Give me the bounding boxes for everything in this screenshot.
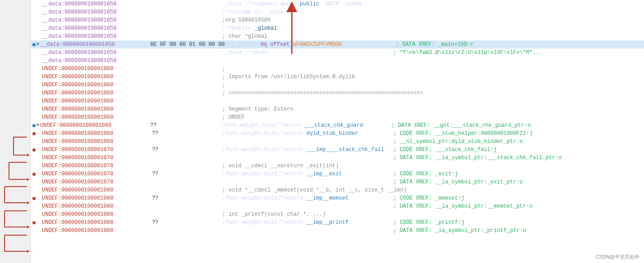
bytes: 6E 0F 00 00 01 00 00 00 xyxy=(144,40,225,49)
code-line: __data:0000000100001050;org 100001050h xyxy=(31,16,644,24)
svg-marker-19 xyxy=(27,250,30,253)
instruction: ;">assume cs:__data xyxy=(222,8,393,16)
code-line: __data:0000000100001050;">public _global xyxy=(31,24,644,32)
address: __data:0000000100001050 xyxy=(42,0,145,8)
address: UNDEF:0000000100001088 xyxy=(42,210,145,218)
address: UNDEF:0000000100001060 xyxy=(42,89,145,97)
code-line: __data:0000000100001050; char *global xyxy=(31,32,644,40)
code-line: __data:0000000100001050__data ;">ends; "… xyxy=(31,49,644,57)
address: UNDEF:0000000100001088 xyxy=(42,227,145,235)
address: __data:0000000100001050 xyxy=(42,8,145,16)
code-line: UNDEF:0000000100001080; DATA XREF: __la_… xyxy=(31,202,644,210)
svg-marker-11 xyxy=(27,201,30,204)
address: UNDEF:0000000100001068 xyxy=(42,129,145,138)
address: UNDEF:0000000100001068 xyxy=(42,138,145,146)
comment: ; DATA XREF: _la_symbol_ptr:_printf_ptr↑… xyxy=(393,227,526,235)
svg-marker-3 xyxy=(27,154,30,156)
instruction: ;font-weight:bold;">extrn __imp__memset xyxy=(222,194,393,202)
comment: ; DATA XREF: __la_symbol_ptr:__memset_pt… xyxy=(393,202,533,210)
dot-red xyxy=(32,197,36,200)
instruction: ;org 100001050h xyxy=(222,16,393,24)
address: __data:0000000100001050 xyxy=(40,40,144,49)
address: UNDEF:0000000100001078 xyxy=(42,170,145,178)
instruction: ; UNDEF xyxy=(222,113,393,121)
comment: ; __nl_symbol_ptr:dyld_stub_binder_ptr↑o xyxy=(393,138,523,146)
instruction: ; ======================================… xyxy=(222,89,423,97)
comment: ; DATA XREF: __la_symbol_ptr:_exit_ptr↑o xyxy=(393,178,523,186)
address: __data:0000000100001050 xyxy=(42,49,145,57)
instruction: ;font-weight:bold;">extrn ___stack_chk_g… xyxy=(220,121,391,129)
code-line: UNDEF:0000000100001070 ??;font-weight:bo… xyxy=(31,146,644,154)
code-line: UNDEF:0000000100001078 ??;font-weight:bo… xyxy=(31,170,644,178)
address: UNDEF:0000000100001070 xyxy=(42,154,145,162)
address: UNDEF:0000000100001080 xyxy=(42,202,145,210)
code-line: __data:0000000100001050 xyxy=(31,57,644,65)
expand-arrow[interactable]: ▼ xyxy=(36,40,39,49)
code-line: __data:0000000100001050__data ;">segment… xyxy=(31,0,644,8)
arrows-svg xyxy=(0,0,31,263)
bytes: ?? xyxy=(145,146,222,154)
svg-marker-7 xyxy=(27,178,30,181)
address: UNDEF:0000000100001078 xyxy=(42,178,145,186)
bytes: ?? xyxy=(144,121,220,129)
code-lines: __data:0000000100001050__data ;">segment… xyxy=(31,0,644,235)
instruction: __data ;">ends xyxy=(222,49,393,57)
code-line: UNDEF:0000000100001060; UNDEF xyxy=(31,113,644,121)
address: UNDEF:0000000100001078 xyxy=(42,162,145,170)
code-line: UNDEF:0000000100001060; Imports from /us… xyxy=(31,73,644,81)
instruction: ; int _printf(const char *, ...) xyxy=(222,210,393,218)
code-area: __data:0000000100001050__data ;">segment… xyxy=(31,0,644,263)
comment: ; DATA XREF: __got:___stack_chk_guard_pt… xyxy=(391,121,531,129)
code-line: UNDEF:0000000100001088; int _printf(cons… xyxy=(31,210,644,218)
code-line: UNDEF:0000000100001068 ??;font-weight:bo… xyxy=(31,129,644,138)
code-line: UNDEF:0000000100001080 ??;font-weight:bo… xyxy=(31,194,644,202)
address: UNDEF:0000000100001088 xyxy=(42,218,145,227)
code-line: __data:0000000100001050;">assume cs:__da… xyxy=(31,8,644,16)
comment: ; CODE XREF: _exit↑j xyxy=(393,170,458,178)
instruction: ;font-weight:bold;">extrn ___imp____stac… xyxy=(222,146,393,154)
address: __data:0000000100001050 xyxy=(42,24,145,32)
instruction: ; xyxy=(222,65,393,73)
address: UNDEF:0000000100001080 xyxy=(42,194,145,202)
address: UNDEF:0000000100001070 xyxy=(42,146,145,154)
dot-blue xyxy=(32,43,36,46)
bytes: ?? xyxy=(145,194,222,202)
svg-marker-15 xyxy=(27,226,30,228)
dot-red xyxy=(32,173,36,176)
bytes: ?? xyxy=(145,170,222,178)
code-line: UNDEF:0000000100001060; xyxy=(31,81,644,89)
address: UNDEF:0000000100001060 xyxy=(40,121,144,129)
watermark: CSDN@平芜尽处外 xyxy=(596,254,639,260)
code-line: UNDEF:0000000100001060; Segment type: Ex… xyxy=(31,105,644,113)
instruction: ;font-weight:bold;">extrn dyld_stub_bind… xyxy=(222,129,393,138)
address: UNDEF:0000000100001060 xyxy=(42,97,145,105)
address: UNDEF:0000000100001060 xyxy=(42,113,145,121)
comment: ; CODE XREF: _printf↑j xyxy=(393,218,464,227)
bytes: ?? xyxy=(145,218,222,227)
dot-red xyxy=(32,132,36,135)
comment: ; "f\nk\fw&O.@\x11x\rZ;U\x11p\x19F\x1Fv\… xyxy=(393,49,542,57)
instruction: ;font-weight:bold;">extrn __imp__exit xyxy=(222,170,393,178)
code-line: UNDEF:0000000100001060; ================… xyxy=(31,89,644,97)
address: __data:0000000100001050 xyxy=(42,32,145,40)
code-line: ▼__data:0000000100001050 6E 0F 00 00 01 … xyxy=(31,40,644,49)
code-line: UNDEF:0000000100001060; xyxy=(31,65,644,73)
address: __data:0000000100001050 xyxy=(42,16,145,24)
instruction: ;">public _global xyxy=(222,24,393,32)
instruction: ;">_global dq offset aFKWOXZUPFVMDGH xyxy=(225,40,396,49)
address: __data:0000000100001050 xyxy=(42,57,145,65)
address: UNDEF:0000000100001060 xyxy=(42,81,145,89)
instruction: ; void __cdecl __noreturn _exit(int) xyxy=(222,162,393,170)
dot-red xyxy=(32,221,36,224)
dot-blue xyxy=(32,124,36,127)
expand-arrow[interactable]: ▼ xyxy=(36,121,39,129)
code-line: UNDEF:0000000100001070; DATA XREF: __la_… xyxy=(31,154,644,162)
address: UNDEF:0000000100001060 xyxy=(42,73,145,81)
code-line: UNDEF:0000000100001088; DATA XREF: _la_s… xyxy=(31,227,644,235)
instruction: __data ;">segment qword public 'DATA' us… xyxy=(222,0,393,8)
address: UNDEF:0000000100001060 xyxy=(42,105,145,113)
bytes: ?? xyxy=(145,129,222,138)
code-line: UNDEF:0000000100001080; void *__cdecl _m… xyxy=(31,186,644,194)
code-line: UNDEF:0000000100001060 xyxy=(31,97,644,105)
code-line: UNDEF:0000000100001068; __nl_symbol_ptr:… xyxy=(31,138,644,146)
